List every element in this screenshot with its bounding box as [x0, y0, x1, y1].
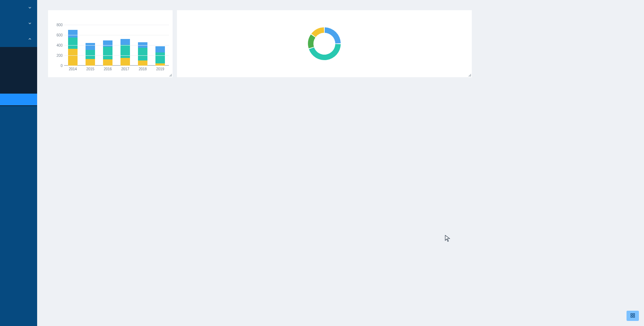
chevron-down-icon [28, 20, 32, 27]
bar-chart: 0200400600800 201420152016201720182019 [52, 25, 169, 72]
bar-segment-teal [120, 45, 130, 58]
bar-segment-teal [155, 52, 165, 64]
bar-segment-yellow [68, 49, 78, 66]
bar-segment-yellow [120, 58, 130, 66]
y-tick-label: 800 [52, 23, 63, 27]
x-tick-label: 2015 [82, 66, 99, 72]
donut-chart-panel[interactable] [177, 10, 472, 77]
donut-slice-blue[interactable] [325, 27, 341, 43]
bar-segment-blue [68, 30, 78, 38]
x-tick-label: 2016 [99, 66, 116, 72]
gridline [64, 55, 169, 56]
svg-rect-0 [631, 314, 632, 315]
bar-segment-yellow [138, 60, 147, 66]
gridline [64, 35, 169, 35]
gridline [64, 45, 169, 46]
sidebar-item-3-expanded[interactable] [0, 31, 37, 47]
sidebar-item-2[interactable] [0, 16, 37, 31]
widgets-button[interactable] [627, 311, 639, 321]
donut-chart [306, 25, 343, 62]
bar-segment-yellow [86, 59, 95, 66]
bar-segment-teal [86, 50, 95, 59]
bar-segment-blue [155, 46, 165, 52]
x-tick-label: 2017 [116, 66, 134, 72]
bar-segment-teal [68, 38, 78, 49]
bar-chart-panel[interactable]: 0200400600800 201420152016201720182019 [48, 10, 173, 77]
bar-segment-blue [120, 39, 130, 44]
bar-segment-teal [103, 47, 112, 59]
sidebar [0, 0, 37, 326]
grid-icon [630, 313, 635, 319]
resize-handle-icon[interactable] [468, 74, 471, 76]
svg-rect-3 [633, 316, 635, 317]
bar-segment-blue [103, 40, 112, 47]
sidebar-divider [0, 105, 37, 106]
sidebar-item-active[interactable] [0, 94, 37, 105]
sidebar-subgroup [0, 47, 37, 94]
bar-segment-blue [86, 43, 95, 50]
svg-rect-1 [633, 314, 635, 315]
x-axis-labels: 201420152016201720182019 [64, 66, 169, 72]
x-tick-label: 2014 [64, 66, 82, 72]
y-tick-label: 0 [52, 64, 63, 68]
chevron-up-icon [28, 36, 32, 43]
y-tick-label: 200 [52, 54, 63, 58]
y-tick-label: 400 [52, 43, 63, 47]
bar-segment-teal [138, 48, 147, 60]
x-tick-label: 2019 [151, 66, 169, 72]
dashboard-canvas: 0200400600800 201420152016201720182019 [37, 0, 644, 326]
donut-slice-green[interactable] [308, 35, 315, 48]
svg-rect-2 [631, 316, 632, 317]
resize-handle-icon[interactable] [169, 74, 172, 76]
gridline [64, 25, 169, 25]
chevron-down-icon [28, 5, 32, 11]
y-tick-label: 600 [52, 33, 63, 37]
sidebar-item-1[interactable] [0, 0, 37, 16]
donut-slice-yellow[interactable] [311, 27, 324, 37]
x-tick-label: 2018 [134, 66, 151, 72]
bar-segment-yellow [103, 59, 112, 66]
